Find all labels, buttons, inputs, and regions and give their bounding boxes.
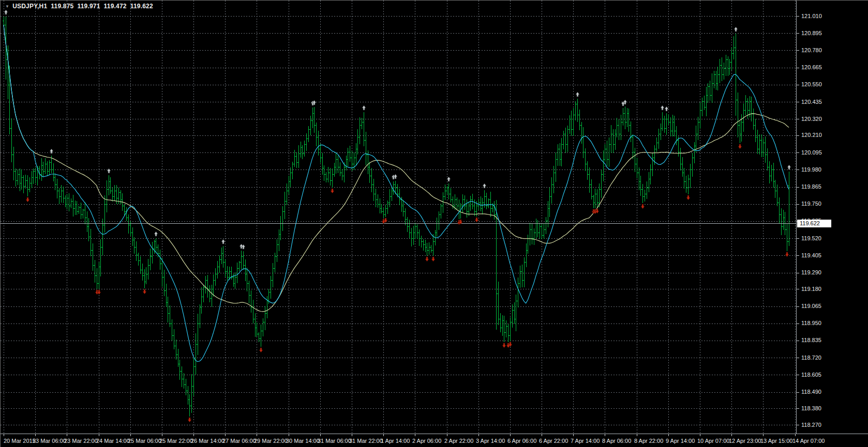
- time-label: 31 Mar 22:00: [349, 438, 383, 444]
- time-tick-mark: [67, 434, 67, 436]
- high-value: 119.971: [77, 3, 100, 10]
- chart-canvas[interactable]: [1, 1, 796, 434]
- price-tick-mark: [797, 50, 799, 51]
- symbol-period-label: USDJPY,H1: [12, 3, 47, 10]
- price-tick-mark: [797, 187, 799, 188]
- time-tick-mark: [795, 434, 796, 436]
- time-label: 10 Apr 07:00: [697, 438, 729, 444]
- time-label: 1 Apr 14:00: [381, 438, 410, 444]
- time-label: 6 Apr 22:00: [539, 438, 568, 444]
- price-label: 118.380: [801, 405, 821, 411]
- time-label: 23 Mar 22:00: [64, 438, 98, 444]
- sell-arrow-markers: [26, 144, 789, 422]
- price-tick-mark: [797, 33, 799, 34]
- time-label: 25 Mar 22:00: [159, 438, 193, 444]
- price-label: 118.950: [801, 320, 821, 326]
- price-tick-mark: [797, 16, 799, 17]
- time-tick-mark: [731, 434, 732, 436]
- time-tick-mark: [130, 434, 131, 436]
- ohlc-bars: [3, 17, 791, 417]
- time-label: 24 Mar 14:00: [96, 438, 130, 444]
- price-tick-mark: [797, 341, 799, 341]
- time-tick-mark: [320, 434, 321, 436]
- time-tick-mark: [193, 434, 194, 436]
- time-tick-mark: [637, 434, 637, 436]
- price-label: 120.210: [801, 132, 822, 138]
- price-label: 121.010: [801, 13, 822, 19]
- price-label: 120.665: [801, 64, 822, 70]
- price-tick-mark: [797, 306, 799, 307]
- price-label: 119.065: [801, 303, 821, 309]
- price-label: 120.780: [801, 47, 822, 53]
- price-label: 119.180: [801, 286, 821, 292]
- price-label: 118.270: [801, 422, 821, 428]
- time-tick-mark: [35, 434, 36, 436]
- price-label: 118.720: [801, 354, 821, 361]
- price-tick-mark: [797, 169, 799, 170]
- time-tick-mark: [542, 434, 542, 436]
- price-tick-mark: [797, 425, 799, 425]
- price-label: 120.320: [801, 116, 822, 122]
- time-tick-mark: [447, 434, 447, 436]
- time-tick-mark: [668, 434, 669, 436]
- time-tick-mark: [99, 434, 99, 436]
- time-label: 7 Apr 14:00: [571, 438, 600, 444]
- time-label: 6 Apr 06:00: [507, 438, 536, 444]
- price-tick-mark: [797, 358, 799, 358]
- time-label: 12 Apr 23:00: [729, 438, 761, 444]
- time-tick-mark: [605, 434, 605, 436]
- low-value: 119.472: [104, 3, 127, 10]
- price-tick-mark: [797, 102, 799, 102]
- price-tick-mark: [797, 152, 799, 153]
- time-tick-mark: [289, 434, 289, 436]
- time-label: 8 Apr 06:00: [602, 438, 631, 444]
- time-tick-mark: [510, 434, 511, 436]
- time-label: 20 Mar 2015: [4, 438, 36, 444]
- price-scale[interactable]: 119.622 121.010120.895120.780120.665120.…: [796, 1, 868, 434]
- price-label: 119.865: [801, 183, 821, 190]
- chart-area[interactable]: ▼USDJPY,H1119.875119.971119.472119.622: [1, 1, 796, 434]
- price-label: 118.605: [801, 372, 821, 378]
- current-price-badge: 119.622: [797, 220, 831, 227]
- time-label: 27 Mar 06:00: [222, 438, 256, 444]
- time-tick-mark: [4, 434, 4, 436]
- time-tick-mark: [383, 434, 384, 436]
- time-tick-mark: [352, 434, 352, 436]
- price-label: 120.095: [801, 149, 822, 156]
- price-tick-mark: [797, 255, 799, 256]
- time-label: 26 Mar 14:00: [191, 438, 225, 444]
- time-label: 8 Apr 22:00: [634, 438, 663, 444]
- price-label: 119.290: [801, 269, 821, 275]
- price-label: 118.490: [801, 389, 821, 395]
- time-label: 30 Mar 14:00: [286, 438, 320, 444]
- price-tick-mark: [797, 238, 799, 239]
- close-value: 119.622: [130, 3, 153, 10]
- time-label: 31 Mar 06:00: [318, 438, 351, 444]
- time-scale[interactable]: 20 Mar 201523 Mar 06:0023 Mar 22:0024 Ma…: [1, 434, 868, 447]
- time-label: 13 Apr 15:00: [760, 438, 792, 444]
- price-tick-mark: [797, 273, 799, 273]
- price-label: 120.895: [801, 30, 822, 36]
- price-tick-mark: [797, 408, 799, 409]
- grid-lines: [1, 1, 796, 434]
- price-label: 119.520: [801, 235, 821, 241]
- price-tick-mark: [797, 323, 799, 324]
- time-tick-mark: [478, 434, 479, 436]
- time-label: 14 Apr 07:00: [792, 438, 825, 444]
- time-label: 2 Apr 06:00: [412, 438, 441, 444]
- price-tick-mark: [797, 392, 799, 393]
- chevron-down-icon: ▼: [5, 4, 9, 9]
- time-tick-mark: [415, 434, 415, 436]
- price-tick-mark: [797, 204, 799, 205]
- time-label: 3 Apr 14:00: [476, 438, 505, 444]
- time-label: 29 Mar 22:00: [254, 438, 288, 444]
- time-tick-mark: [700, 434, 700, 436]
- time-label: 2 Apr 22:00: [444, 438, 473, 444]
- price-label: 120.550: [801, 81, 822, 87]
- price-label: 119.750: [801, 201, 821, 207]
- ma-fast-line: [4, 25, 789, 361]
- time-tick-mark: [257, 434, 257, 436]
- price-label: 120.435: [801, 99, 822, 105]
- time-tick-mark: [573, 434, 574, 436]
- price-tick-mark: [797, 375, 799, 375]
